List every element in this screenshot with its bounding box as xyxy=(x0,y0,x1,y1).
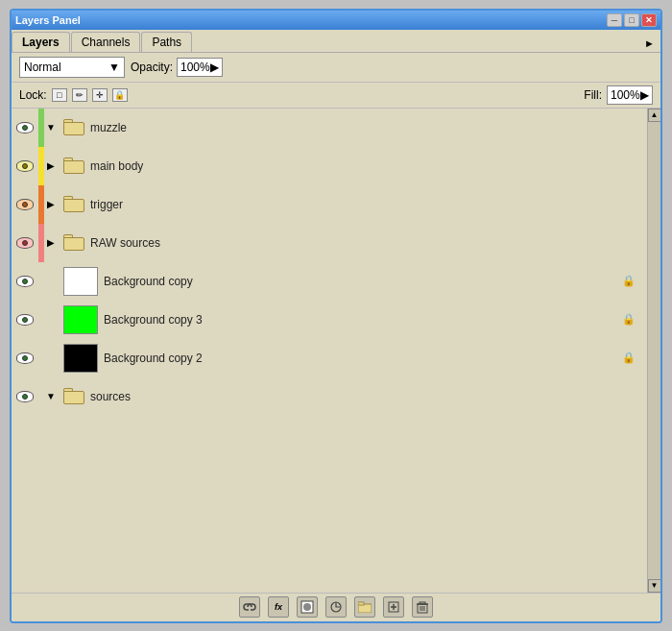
layer-expand-toggle[interactable]: ▶ xyxy=(44,147,58,185)
layer-row[interactable]: Background copy 2 🔒 xyxy=(12,339,660,377)
lock-icon: 🔒 xyxy=(622,352,636,364)
eye-pupil xyxy=(22,125,28,131)
eye-pupil xyxy=(22,163,28,169)
opacity-label: Opacity: xyxy=(131,61,173,74)
lock-label: Lock: xyxy=(19,88,47,102)
svg-point-1 xyxy=(303,603,311,611)
lock-all-btn[interactable]: 🔒 xyxy=(112,88,128,102)
layer-visibility-toggle[interactable] xyxy=(12,185,38,224)
layer-row[interactable]: ▶ trigger xyxy=(12,185,660,224)
new-layer-button[interactable] xyxy=(383,596,404,618)
tab-paths[interactable]: Paths xyxy=(141,32,192,52)
eye-pupil xyxy=(22,202,28,207)
lock-move-btn[interactable]: ✛ xyxy=(92,88,108,102)
fill-label: Fill: xyxy=(584,88,602,102)
svg-rect-4 xyxy=(358,602,364,605)
folder-body xyxy=(63,391,84,404)
opacity-value: 100% xyxy=(180,61,210,74)
delete-layer-button[interactable] xyxy=(412,596,433,618)
layer-row[interactable]: ▼ sources xyxy=(12,377,660,416)
eye-pupil xyxy=(22,279,28,284)
layer-expand-toggle[interactable]: ▼ xyxy=(44,377,58,416)
trash-icon xyxy=(416,600,429,614)
lock-icon: 🔒 xyxy=(622,275,636,287)
tab-layers[interactable]: Layers xyxy=(12,32,70,52)
layers-list: ▲ ▼ ▼ muzzle xyxy=(12,109,660,593)
bottom-toolbar: fx xyxy=(12,593,660,621)
layer-visibility-toggle[interactable] xyxy=(12,109,38,147)
layer-spacer xyxy=(44,301,58,339)
panel-options-arrow[interactable]: ► xyxy=(638,35,660,52)
svg-rect-10 xyxy=(420,602,425,604)
blend-mode-select[interactable]: Normal ▼ xyxy=(19,57,125,78)
layer-visibility-toggle[interactable] xyxy=(12,301,38,339)
folder-body xyxy=(63,160,84,174)
lock-transparent-btn[interactable]: □ xyxy=(52,88,67,102)
folder-body xyxy=(63,237,84,251)
layer-row[interactable]: ▼ muzzle xyxy=(12,109,660,147)
folder-body xyxy=(63,199,84,212)
lock-icon: 🔒 xyxy=(622,313,636,326)
layer-name: main body xyxy=(90,159,641,173)
layer-name: muzzle xyxy=(90,121,641,134)
fx-icon: fx xyxy=(275,602,282,612)
layer-expand-toggle[interactable]: ▼ xyxy=(44,109,58,147)
layer-expand-toggle[interactable]: ▶ xyxy=(44,185,58,224)
adjustment-icon xyxy=(329,600,343,614)
title-bar-text: Layers Panel xyxy=(15,14,81,26)
tab-channels[interactable]: Channels xyxy=(71,32,141,52)
layer-row[interactable]: ▶ RAW sources xyxy=(12,224,660,262)
link-layers-button[interactable] xyxy=(239,596,260,618)
layer-name: Background copy xyxy=(104,275,622,288)
link-icon xyxy=(243,600,256,614)
eye-icon xyxy=(16,276,34,287)
blend-mode-arrow: ▼ xyxy=(108,61,120,74)
opacity-input[interactable]: 100% ▶ xyxy=(177,58,223,77)
fill-input[interactable]: 100% ▶ xyxy=(607,85,653,105)
layer-visibility-toggle[interactable] xyxy=(12,224,38,262)
tabs-row: Layers Channels Paths ► xyxy=(12,30,660,53)
new-group-button[interactable] xyxy=(354,596,375,618)
toolbar-row: Normal ▼ Opacity: 100% ▶ xyxy=(12,53,660,83)
layers-panel: Layers Panel ─ □ ✕ Layers Channels Paths… xyxy=(10,9,662,623)
layer-visibility-toggle[interactable] xyxy=(12,377,38,416)
layer-name: Background copy 3 xyxy=(104,313,622,327)
opacity-arrow: ▶ xyxy=(210,61,219,74)
eye-icon xyxy=(16,237,34,249)
layer-row[interactable]: Background copy 🔒 xyxy=(12,262,660,301)
layer-thumbnail xyxy=(63,344,98,373)
layer-expand-toggle[interactable]: ▶ xyxy=(44,224,58,262)
eye-icon xyxy=(16,314,34,326)
layer-visibility-toggle[interactable] xyxy=(12,262,38,301)
lock-paint-btn[interactable]: ✏ xyxy=(72,88,87,102)
eye-pupil xyxy=(22,240,28,246)
folder-icon xyxy=(63,158,84,174)
add-mask-button[interactable] xyxy=(297,596,318,618)
layer-visibility-toggle[interactable] xyxy=(12,339,38,377)
scroll-down-btn[interactable]: ▼ xyxy=(648,579,661,593)
close-button[interactable]: ✕ xyxy=(641,13,657,27)
scroll-up-btn[interactable]: ▲ xyxy=(648,109,661,122)
lock-row: Lock: □ ✏ ✛ 🔒 Fill: 100% ▶ xyxy=(12,83,660,109)
eye-icon xyxy=(16,160,34,172)
eye-pupil xyxy=(22,355,28,361)
eye-pupil xyxy=(22,394,28,400)
fill-arrow: ▶ xyxy=(640,88,649,102)
minimize-button[interactable]: ─ xyxy=(607,13,622,27)
layer-row[interactable]: ▶ main body xyxy=(12,147,660,185)
scrollbar[interactable]: ▲ ▼ xyxy=(647,109,660,593)
eye-icon xyxy=(16,391,34,402)
layer-row[interactable]: Background copy 3 🔒 xyxy=(12,301,660,339)
layer-spacer xyxy=(44,339,58,377)
layer-name: trigger xyxy=(90,198,641,211)
eye-icon xyxy=(16,122,34,133)
layer-visibility-toggle[interactable] xyxy=(12,147,38,185)
folder-body xyxy=(63,122,84,135)
folder-new-icon xyxy=(358,601,372,613)
layer-effects-button[interactable]: fx xyxy=(268,596,289,618)
adjustment-layer-button[interactable] xyxy=(325,596,347,618)
layer-name: sources xyxy=(90,390,641,403)
blend-mode-value: Normal xyxy=(24,61,61,74)
maximize-button[interactable]: □ xyxy=(624,13,639,27)
layer-spacer xyxy=(44,262,58,301)
